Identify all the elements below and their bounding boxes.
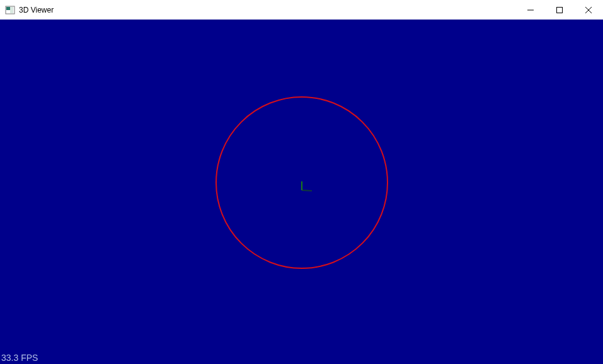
axis-gizmo (290, 179, 313, 202)
close-button[interactable] (574, 0, 603, 20)
svg-rect-4 (557, 7, 563, 13)
titlebar: 3D Viewer (0, 0, 603, 20)
svg-rect-1 (6, 7, 10, 10)
maximize-button[interactable] (545, 0, 574, 20)
window-controls (516, 0, 603, 20)
svg-rect-2 (10, 7, 13, 13)
minimize-button[interactable] (516, 0, 545, 20)
viewport-3d[interactable]: 33.3 FPS (0, 20, 603, 364)
svg-line-7 (302, 190, 312, 191)
fps-counter: 33.3 FPS (1, 353, 38, 363)
app-icon (5, 5, 15, 15)
window-title: 3D Viewer (19, 6, 516, 14)
